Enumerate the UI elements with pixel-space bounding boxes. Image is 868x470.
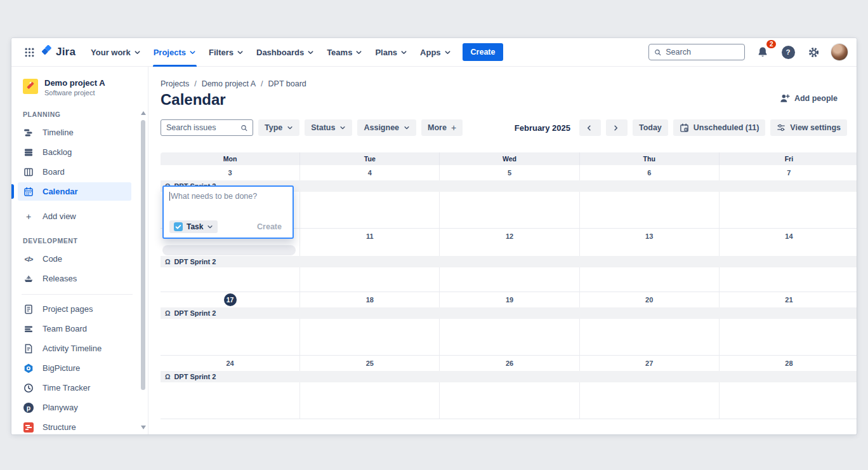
day-cell[interactable] (720, 382, 857, 419)
date-cell[interactable]: 14 (720, 229, 857, 244)
day-cell[interactable] (161, 244, 300, 256)
scrollbar-thumb[interactable] (141, 120, 145, 390)
sprint-bar[interactable]: Ω DPT Sprint 2 (161, 256, 857, 267)
date-cell[interactable]: 21 (720, 292, 857, 307)
user-avatar[interactable] (831, 44, 848, 60)
search-issues-field[interactable] (161, 119, 253, 136)
notifications-button[interactable]: 2 (755, 44, 770, 60)
issue-summary-input[interactable]: What needs to be done? (169, 192, 287, 201)
day-cell[interactable] (161, 267, 300, 292)
date-number: 12 (506, 232, 513, 240)
date-cell[interactable]: 6 (580, 165, 720, 180)
settings-button[interactable] (806, 44, 821, 60)
breadcrumb-project-name[interactable]: Demo project A (202, 79, 256, 88)
project-header[interactable]: Demo project A Software project (11, 67, 148, 100)
day-cell[interactable] (580, 267, 720, 292)
date-cell[interactable]: 25 (300, 356, 440, 371)
issue-type-selector[interactable]: Task (169, 220, 218, 233)
nav-item-apps[interactable]: Apps (414, 38, 457, 67)
nav-item-plans[interactable]: Plans (369, 38, 414, 67)
day-cell[interactable] (440, 244, 579, 256)
next-month-button[interactable] (606, 119, 628, 136)
date-cell[interactable]: 13 (580, 229, 720, 244)
filter-assignee-button[interactable]: Assignee (357, 119, 416, 136)
sidebar-scrollbar[interactable] (140, 110, 146, 431)
filter-type-button[interactable]: Type (258, 119, 299, 136)
day-cell[interactable] (440, 319, 579, 355)
date-cell[interactable]: 4 (300, 165, 440, 180)
nav-item-dashboards[interactable]: Dashboards (250, 38, 320, 67)
add-people-button[interactable]: Add people (780, 93, 838, 104)
today-button[interactable]: Today (633, 119, 668, 136)
breadcrumb-projects[interactable]: Projects (161, 79, 189, 88)
day-cell[interactable] (300, 319, 440, 355)
unscheduled-button[interactable]: Unscheduled (11) (673, 119, 766, 136)
day-cell[interactable] (720, 192, 857, 228)
create-button[interactable]: Create (463, 43, 504, 61)
breadcrumb-board-name[interactable]: DPT board (268, 79, 306, 88)
help-button[interactable]: ? (780, 44, 796, 60)
sidebar-item-planyway[interactable]: p Planyway (18, 398, 131, 417)
day-cell[interactable] (580, 192, 720, 228)
date-cell-today[interactable]: 17 (161, 292, 300, 307)
day-cell[interactable] (300, 192, 440, 228)
search-issues-input[interactable] (166, 123, 237, 132)
sidebar-item-team-board[interactable]: Team Board (18, 319, 131, 338)
sidebar-item-bigpicture[interactable]: BigPicture (18, 359, 131, 377)
day-cell[interactable] (720, 267, 857, 292)
date-cell[interactable]: 11 (300, 229, 440, 244)
day-cell[interactable] (300, 382, 440, 419)
day-cell[interactable] (720, 244, 857, 256)
filter-more-button[interactable]: More + (421, 119, 463, 136)
global-search-input[interactable] (666, 48, 739, 57)
day-cell[interactable] (580, 382, 720, 419)
global-search[interactable] (648, 44, 745, 60)
date-cell[interactable]: 5 (440, 165, 579, 180)
day-cell[interactable] (440, 382, 579, 419)
view-settings-button[interactable]: View settings (770, 119, 847, 136)
sidebar-item-backlog[interactable]: Backlog (18, 143, 131, 161)
day-cell[interactable] (720, 319, 857, 355)
sidebar-item-calendar[interactable]: Calendar (18, 182, 131, 201)
date-cell[interactable]: 24 (161, 356, 300, 371)
date-cell[interactable]: 27 (580, 356, 720, 371)
sidebar-item-project-pages[interactable]: Project pages (18, 300, 131, 318)
sidebar-item-time-tracker[interactable]: Time Tracker (18, 379, 131, 397)
date-cell[interactable]: 19 (440, 292, 579, 307)
popup-create-button[interactable]: Create (252, 220, 287, 233)
day-cell[interactable] (300, 267, 440, 292)
day-cell[interactable] (161, 382, 300, 419)
sidebar-item-board[interactable]: Board (18, 163, 131, 181)
app-switcher-icon[interactable] (20, 42, 38, 62)
previous-month-button[interactable] (579, 119, 601, 136)
add-view-button[interactable]: + Add view (18, 207, 131, 225)
day-cell[interactable] (580, 319, 720, 355)
date-cell[interactable]: 18 (300, 292, 440, 307)
scroll-down-arrow-icon[interactable] (141, 426, 146, 429)
sprint-bar[interactable]: Ω DPT Sprint 2 (161, 371, 857, 382)
date-cell[interactable]: 3 (161, 165, 300, 180)
nav-item-your-work[interactable]: Your work (84, 38, 147, 67)
sidebar-item-releases[interactable]: Releases (18, 269, 131, 288)
date-cell[interactable]: 26 (440, 356, 579, 371)
filter-status-button[interactable]: Status (305, 119, 352, 136)
nav-item-filters[interactable]: Filters (202, 38, 250, 67)
sidebar-item-activity-timeline[interactable]: Activity Timeline (18, 339, 131, 358)
date-cell[interactable]: 12 (440, 229, 579, 244)
nav-item-teams[interactable]: Teams (320, 38, 369, 67)
nav-item-projects[interactable]: Projects (147, 38, 202, 67)
sidebar-item-timeline[interactable]: Timeline (18, 123, 131, 142)
day-cell[interactable] (300, 244, 440, 256)
sidebar-item-code[interactable]: </> Code (18, 250, 131, 268)
date-cell[interactable]: 7 (720, 165, 857, 180)
day-cell[interactable] (161, 319, 300, 355)
day-cell[interactable] (580, 244, 720, 256)
scroll-up-arrow-icon[interactable] (141, 111, 146, 115)
day-cell[interactable] (440, 192, 579, 228)
sidebar-item-structure[interactable]: Structure (18, 418, 131, 434)
day-cell[interactable] (440, 267, 579, 292)
date-cell[interactable]: 20 (580, 292, 720, 307)
jira-logo[interactable]: Jira (41, 45, 76, 60)
date-cell[interactable]: 28 (720, 356, 857, 371)
sprint-bar[interactable]: Ω DPT Sprint 2 (161, 307, 857, 319)
